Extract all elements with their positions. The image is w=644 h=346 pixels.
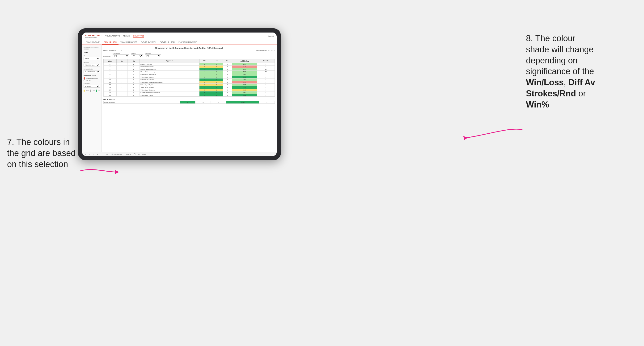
col-reg: #Reg xyxy=(116,59,127,63)
out-of-division-table: NCAA Division II 1 0 0 26.00 3 xyxy=(104,101,275,104)
subnav-team-h2h-heatmap[interactable]: TEAM H2H HEATMAP xyxy=(118,40,139,44)
region-filter-select[interactable]: (All) xyxy=(131,54,143,57)
sidebar-division-select[interactable]: NCAA Division I xyxy=(84,64,100,66)
cell-diff: -2.29 xyxy=(232,65,257,68)
nav-bar: SCOREBOARD Powered by clippd TOURNAMENTS… xyxy=(82,32,277,40)
cell-opponent: University of Arizona xyxy=(140,76,200,78)
cell-rounds: 17 xyxy=(257,68,274,71)
tablet-screen: SCOREBOARD Powered by clippd TOURNAMENTS… xyxy=(82,32,277,156)
sign-out-link[interactable]: | Sign out xyxy=(267,35,274,37)
out-div-tie: 0 xyxy=(211,101,226,104)
opponent-filter-select[interactable]: (All) xyxy=(145,54,161,57)
cell-loss: 1 xyxy=(210,94,222,97)
cell-rounds: 8 xyxy=(257,65,274,68)
toolbar-separator3 xyxy=(124,153,124,155)
main-content: Last Updated: 27/03/202416:55:38 Team Ge… xyxy=(82,45,277,152)
table-row: 12 - 3 University of Virginia 1 2 0 2.33… xyxy=(104,84,275,86)
toolbar-undo[interactable]: ↺ xyxy=(84,153,87,155)
subnav-player-h2h-heatmap[interactable]: PLAYER H2H HEATMAP xyxy=(176,40,199,44)
col-loss: Loss xyxy=(210,59,222,63)
cell-diff: 3.67 xyxy=(232,73,257,76)
sidebar-opponent-radio-group: Opponents Played Top 100 xyxy=(84,77,100,81)
sidebar-colour-select[interactable]: Win/loss xyxy=(84,85,100,88)
col-rank: #Rank xyxy=(104,59,116,63)
table-row: 4 - 1 Arizona State University 5 1 0 2.2… xyxy=(104,68,275,71)
toolbar-btn3[interactable]: ⊡ xyxy=(92,153,95,155)
cell-rank: 16 xyxy=(104,94,116,97)
cell-rounds: 5 xyxy=(257,94,274,97)
cell-reg: - xyxy=(116,81,127,84)
nav-committee[interactable]: COMMITTEE xyxy=(133,34,144,38)
cell-rank: 6 xyxy=(104,71,116,73)
cell-loss: 1 xyxy=(210,68,222,71)
sidebar-school-select[interactable]: 1. University of Nort... xyxy=(84,70,100,73)
table-row: 8 - 2 University of Washington 1 0 0 3.6… xyxy=(104,73,275,76)
cell-rank: 2 xyxy=(104,63,116,65)
toolbar-share[interactable]: Share xyxy=(142,153,147,155)
cell-win: 1 xyxy=(200,89,210,91)
cell-rank: 4 xyxy=(104,68,116,71)
toolbar-redo[interactable]: ↻ xyxy=(88,153,91,155)
cell-rank: 9 xyxy=(104,76,116,78)
subnav-player-h2h-grid[interactable]: PLAYER H2H GRID xyxy=(158,40,177,44)
conference-filter-select[interactable]: (All) xyxy=(112,54,129,57)
cell-rounds: 9 xyxy=(257,63,274,65)
left-arrow-icon xyxy=(78,165,120,177)
cell-conf: 1 xyxy=(128,86,140,89)
region-filter-label: Region xyxy=(131,53,143,54)
legend-level-label: Level xyxy=(92,90,95,91)
subnav-player-summary[interactable]: PLAYER SUMMARY xyxy=(139,40,158,44)
cell-tie: 0 xyxy=(222,63,232,65)
annotation-right-line1: 8. The colour xyxy=(526,33,575,43)
legend-down-dot xyxy=(84,90,85,92)
cell-loss: 0 xyxy=(210,86,222,89)
toolbar-separator xyxy=(104,153,104,155)
cell-reg: - xyxy=(116,94,127,97)
cell-opponent: University of Arkansas, Fayetteville xyxy=(140,81,200,84)
cell-diff: 2.61 xyxy=(232,78,257,81)
annotation-right-line2: shade will change xyxy=(526,44,594,54)
subnav-team-summary[interactable]: TEAM SUMMARY xyxy=(84,40,102,44)
annotation-bold-strokes: Strokes/Rnd xyxy=(526,89,576,98)
cell-loss: 0 xyxy=(210,73,222,76)
cell-win: 3 xyxy=(200,86,210,89)
annotation-right-line3: depending on xyxy=(526,56,578,65)
color-legend: Down Level Up xyxy=(84,90,100,92)
subnav-team-h2h-grid[interactable]: TEAM H2H GRID xyxy=(102,40,118,44)
annotation-left-text: 7. The colours in xyxy=(7,137,70,147)
annotation-or: or xyxy=(576,89,586,98)
toolbar-btn5[interactable]: ·∙· xyxy=(100,153,103,155)
cell-conf: 1 xyxy=(128,68,140,71)
cell-loss: 2 xyxy=(210,71,222,73)
toolbar-comment[interactable]: 💬 xyxy=(133,153,136,155)
col-opponent: Opponent xyxy=(140,59,200,63)
table-row: 13 - 1 Texas Tech University 3 0 0 5.56 … xyxy=(104,86,275,89)
toolbar-clock[interactable]: ⊙ xyxy=(106,153,108,155)
cell-conf: 5 xyxy=(128,78,140,81)
toolbar-grid-icon[interactable]: ⊞ xyxy=(138,153,140,155)
conference-filter-label: Conference xyxy=(112,53,129,54)
annotation-left-text2: the grid are based xyxy=(7,148,76,158)
annotation-right: 8. The colour shade will change dependin… xyxy=(526,33,639,110)
nav-tournaments[interactable]: TOURNAMENTS xyxy=(105,34,120,38)
sidebar-colour-label: Colour by xyxy=(84,83,100,84)
sidebar-radio-opponents-played[interactable]: Opponents Played xyxy=(84,77,100,79)
cell-win: 3 xyxy=(200,94,210,97)
cell-rank: 14 xyxy=(104,89,116,91)
cell-win: 1 xyxy=(200,76,210,78)
cell-conf: 6 xyxy=(128,81,140,84)
toolbar-btn4[interactable]: ⊞ xyxy=(96,153,99,155)
sidebar-radio-top100[interactable]: Top 100 xyxy=(84,79,100,81)
grid-title: University of North Carolina Head-to-Hea… xyxy=(104,47,275,49)
toolbar-watch[interactable]: Watch ▾ xyxy=(125,153,132,155)
tablet-frame: SCOREBOARD Powered by clippd TOURNAMENTS… xyxy=(78,28,281,160)
cell-loss: 0 xyxy=(210,91,222,94)
sidebar-gender-select[interactable]: Men's xyxy=(84,57,100,60)
nav-teams[interactable]: TEAMS xyxy=(123,34,130,38)
sidebar-colour-section: Colour by Win/loss xyxy=(84,83,100,88)
division-record: Division Record: 88 - 17 - 0 xyxy=(256,50,275,51)
cell-rank: 11 xyxy=(104,81,116,84)
nav-items: TOURNAMENTS TEAMS COMMITTEE xyxy=(105,34,267,38)
cell-opponent: Georgia Institute of Technology xyxy=(140,91,200,94)
cell-reg: - xyxy=(116,65,127,68)
